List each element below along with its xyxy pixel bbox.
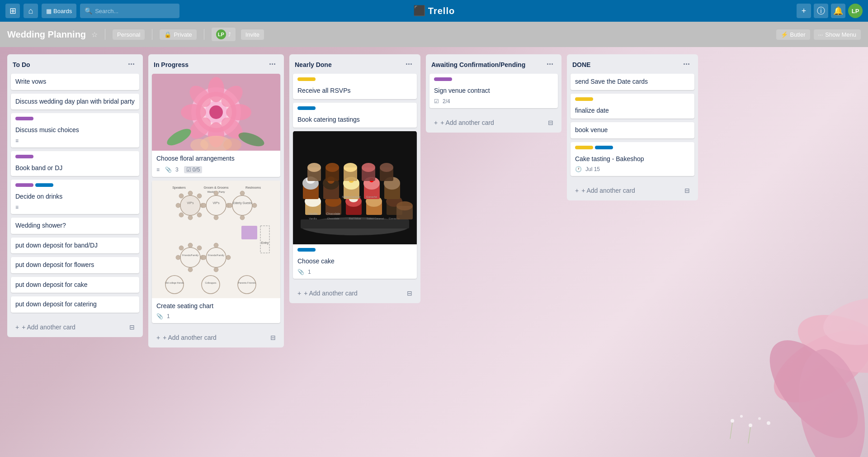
header-divider — [105, 29, 105, 40]
card-discuss-music-labels — [15, 117, 135, 123]
info-button[interactable]: ⓘ — [814, 4, 828, 18]
card-book-venue-title: book venue — [575, 126, 690, 135]
add-icon-2: + — [156, 334, 160, 341]
lp-avatar: LP — [216, 29, 226, 39]
trello-logo-text: Trello — [428, 6, 455, 16]
card-cake-tasting-meta: 🕐 Jul 15 — [575, 166, 690, 172]
svg-text:Salted Caramel: Salted Caramel — [367, 217, 384, 220]
private-badge[interactable]: 🔒 Private — [160, 29, 196, 40]
add-card-awaiting[interactable]: + + Add another card ⊟ — [429, 116, 558, 129]
card-deposit-catering-title: put down deposit for catering — [15, 300, 135, 309]
butler-label: Butler — [790, 31, 806, 38]
label-blue-2 — [297, 106, 316, 110]
trello-logo-icon: ⬛ — [413, 5, 425, 17]
column-done-menu[interactable]: ··· — [680, 59, 693, 70]
home-icon[interactable]: ⌂ — [24, 4, 38, 18]
card-book-venue[interactable]: book venue — [571, 122, 694, 138]
column-todo-menu[interactable]: ··· — [125, 59, 137, 70]
card-template-icon-4: ⊟ — [548, 119, 553, 126]
card-choose-cake[interactable]: Vanilla Chocolate — [293, 131, 417, 279]
svg-point-30 — [223, 138, 241, 151]
svg-point-72 — [214, 267, 218, 272]
svg-text:Friends/Family: Friends/Family — [208, 254, 224, 257]
add-card-nearly-done[interactable]: + + Add another card ⊟ — [293, 287, 417, 300]
invite-label: Invite — [245, 31, 259, 38]
column-done-cards: send Save the Date cards finalize date b… — [567, 74, 698, 183]
label-blue-4 — [595, 146, 613, 149]
card-floral[interactable]: Choose floral arrangements ≡ 📎 3 ☑ 0/5 — [152, 74, 280, 177]
attachment-icon: 📎 — [165, 167, 172, 173]
svg-point-51 — [214, 191, 218, 195]
svg-rect-31 — [152, 181, 280, 298]
card-choose-cake-meta: 📎 1 — [297, 269, 412, 275]
show-menu-button[interactable]: ··· Show Menu — [814, 29, 861, 40]
card-cake-tasting-labels — [575, 146, 690, 152]
card-deposit-cake[interactable]: put down deposit for cake — [11, 277, 139, 293]
ellipsis-icon: ··· — [818, 31, 823, 38]
card-finalize-date-title: finalize date — [575, 106, 690, 115]
card-template-icon: ⊟ — [129, 324, 135, 331]
butler-button[interactable]: ⚡ Butler — [776, 29, 810, 40]
column-done-title: DONE — [572, 61, 590, 68]
svg-point-123 — [380, 163, 393, 172]
card-seating[interactable]: Speakers Groom & Grooms Restrooms Weddin… — [152, 181, 280, 324]
lp-member-badge[interactable]: LP ⤴ — [212, 28, 236, 41]
avatar[interactable]: LP — [848, 4, 863, 18]
card-deposit-catering[interactable]: put down deposit for catering — [11, 296, 139, 313]
svg-point-121 — [362, 163, 375, 172]
checklist-icon: ☑ — [186, 167, 191, 173]
column-nearly-done: Nearly Done ··· Receive all RSVPs Book c… — [289, 54, 420, 303]
svg-point-115 — [307, 163, 321, 172]
card-wedding-shower[interactable]: Wedding shower? — [11, 218, 139, 234]
card-finalize-labels — [575, 97, 690, 104]
add-button[interactable]: + — [797, 4, 811, 18]
column-nearly-done-cards: Receive all RSVPs Book catering tastings — [289, 74, 420, 286]
header-divider-3 — [204, 29, 204, 40]
card-discuss-music[interactable]: Discuss music choices ≡ — [11, 113, 139, 148]
search-bar[interactable]: 🔍 Search... — [80, 4, 179, 18]
card-cake-tasting[interactable]: Cake tasting - Bakeshop 🕐 Jul 15 — [571, 142, 694, 176]
notifications-button[interactable]: 🔔 — [831, 4, 845, 18]
column-awaiting-menu[interactable]: ··· — [544, 59, 556, 70]
add-card-in-progress[interactable]: + + Add another card ⊟ — [152, 331, 280, 344]
personal-badge[interactable]: Personal — [113, 29, 145, 40]
column-in-progress-menu[interactable]: ··· — [266, 59, 278, 70]
card-rsvps-labels — [297, 77, 412, 84]
boards-button[interactable]: ▦ Boards — [42, 4, 76, 18]
card-deposit-band[interactable]: put down deposit for band/DJ — [11, 238, 139, 254]
show-menu-label: Show Menu — [825, 31, 856, 38]
card-save-date-title: send Save the Date cards — [575, 77, 690, 86]
board-star-icon[interactable]: ☆ — [91, 30, 98, 39]
card-decide-drinks-title: Decide on drinks — [15, 192, 135, 201]
attachment-count-2: 1 — [167, 313, 170, 319]
card-deposit-flowers[interactable]: put down deposit for flowers — [11, 257, 139, 273]
card-rsvps[interactable]: Receive all RSVPs — [293, 74, 417, 99]
svg-point-52 — [214, 215, 218, 220]
svg-text:Colleagues: Colleagues — [205, 281, 217, 284]
card-seating-meta: 📎 1 — [156, 313, 276, 319]
add-card-todo[interactable]: + + Add another card ⊟ — [11, 321, 139, 333]
card-catering-labels — [297, 106, 412, 113]
card-deposit-flowers-title: put down deposit for flowers — [15, 261, 135, 270]
column-todo-header: To Do ··· — [7, 54, 143, 74]
add-card-done[interactable]: + + Add another card ⊟ — [571, 184, 694, 197]
columns-container: To Do ··· Write vows Discuss wedding day… — [0, 47, 868, 457]
svg-point-70 — [197, 246, 202, 250]
card-finalize-date[interactable]: finalize date — [571, 94, 694, 119]
card-cake-tasting-title: Cake tasting - Bakeshop — [575, 155, 690, 164]
card-decide-drinks[interactable]: Decide on drinks ≡ — [11, 180, 139, 214]
card-venue-contract[interactable]: Sign venue contract ☑ 2/4 — [429, 74, 558, 108]
invite-button[interactable]: Invite — [241, 29, 264, 40]
column-nearly-done-menu[interactable]: ··· — [403, 59, 415, 70]
svg-text:Speakers: Speakers — [172, 186, 186, 190]
card-catering[interactable]: Book catering tastings — [293, 103, 417, 128]
card-book-band[interactable]: Book band or DJ — [11, 151, 139, 176]
column-in-progress-cards: Choose floral arrangements ≡ 📎 3 ☑ 0/5 — [148, 74, 284, 330]
grid-icon[interactable]: ⊞ — [5, 4, 20, 18]
card-floral-image — [152, 74, 280, 151]
card-write-vows[interactable]: Write vows — [11, 74, 139, 90]
private-label: Private — [174, 31, 192, 38]
column-awaiting-header: Awaiting Confirmation/Pending ··· — [426, 54, 561, 74]
card-discuss-wedding[interactable]: Discuss wedding day plan with bridal par… — [11, 94, 139, 110]
card-save-date[interactable]: send Save the Date cards — [571, 74, 694, 90]
